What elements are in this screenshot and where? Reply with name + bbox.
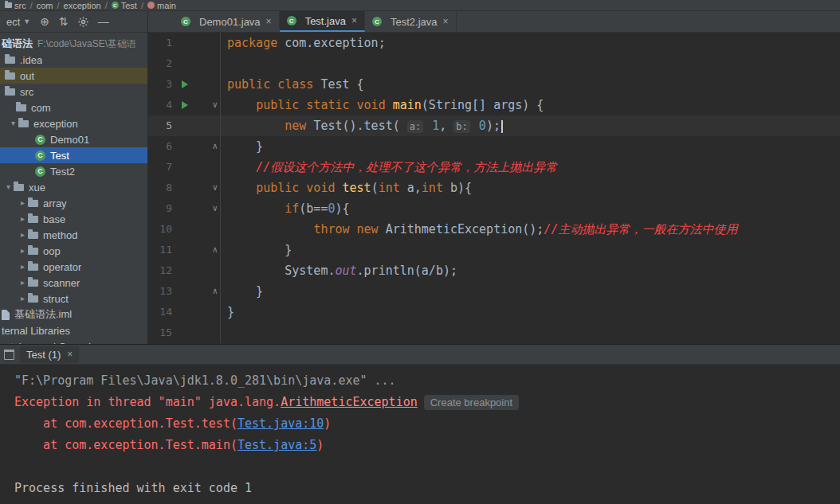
code-line[interactable]: 11∧ } <box>148 240 840 260</box>
code-line[interactable]: 6∧ } <box>148 136 840 157</box>
project-view-selector[interactable]: ect ▼ <box>6 16 30 28</box>
tree-item-ternal-libraries[interactable]: ternal Libraries <box>0 322 147 338</box>
breadcrumb-separator: / <box>105 1 108 10</box>
token: System. <box>227 264 335 278</box>
run-icon[interactable] <box>182 80 188 88</box>
line-number[interactable]: 10 <box>148 219 175 240</box>
line-number[interactable]: 9 <box>148 198 175 219</box>
line-number[interactable]: 15 <box>148 322 175 343</box>
tree-item-exception[interactable]: ▾exception <box>0 115 147 131</box>
tree-item-iml[interactable]: 基础语法.iml <box>0 307 147 322</box>
editor-tab-demo01-java[interactable]: CDemo01.java× <box>174 11 280 32</box>
tree-item-demo01[interactable]: CDemo01 <box>0 131 147 147</box>
code-line[interactable]: 3public class Test { <box>148 74 840 95</box>
tree-item-xue[interactable]: ▾xue <box>0 179 147 195</box>
code-line[interactable]: 1package com.exception; <box>148 33 840 53</box>
tree-item-label: Demo01 <box>50 134 89 146</box>
code-line[interactable]: 4∨ public static void main(String[] args… <box>148 95 840 115</box>
breadcrumb-item-test[interactable]: CTest <box>112 1 137 10</box>
code-line[interactable]: 14} <box>148 302 840 322</box>
token: Test().test( <box>313 119 406 133</box>
line-number[interactable]: 3 <box>148 74 175 95</box>
tree-item-test[interactable]: CTest <box>0 147 147 163</box>
tree-item-base[interactable]: ▸base <box>0 211 147 227</box>
code-line[interactable]: 5 new Test().test( a: 1, b: 0); <box>148 115 840 136</box>
close-icon[interactable]: × <box>67 349 73 360</box>
editor-tab-test-java[interactable]: CTest.java× <box>280 11 365 32</box>
line-number[interactable]: 14 <box>148 302 175 322</box>
line-number[interactable]: 6 <box>148 136 175 157</box>
tree-item-ratches-and-consoles[interactable]: ratches and Consoles <box>0 338 147 344</box>
tree-item-item[interactable]: 础语法F:\code\JavaSE\基础语 <box>0 36 147 52</box>
code-line[interactable]: 2 <box>148 53 840 74</box>
close-icon[interactable]: × <box>443 16 449 27</box>
tree-item-struct[interactable]: ▸struct <box>0 291 147 307</box>
tree-item-oop[interactable]: ▸oop <box>0 243 147 259</box>
settings-icon[interactable] <box>78 17 88 27</box>
line-number[interactable]: 5 <box>148 115 175 136</box>
chevron-right-icon[interactable]: ▸ <box>18 291 28 307</box>
token: a, <box>400 181 422 195</box>
line-number[interactable]: 7 <box>148 157 175 178</box>
chevron-down-icon[interactable]: ▾ <box>8 115 18 131</box>
chevron-right-icon[interactable]: ▸ <box>18 195 28 211</box>
code-line[interactable]: 12 System.out.println(a/b); <box>148 260 840 281</box>
tree-item-label: Test2 <box>50 166 75 178</box>
chevron-right-icon[interactable]: ▸ <box>18 211 28 227</box>
tree-item-array[interactable]: ▸array <box>0 195 147 211</box>
tree-item-com[interactable]: com <box>0 100 147 115</box>
tree-item-src[interactable]: src <box>0 84 147 100</box>
exception-link[interactable]: ArithmeticException <box>281 395 418 409</box>
tab-label: Test2.java <box>391 16 438 28</box>
chevron-down-icon[interactable]: ▾ <box>3 179 14 195</box>
chevron-right-icon[interactable]: ▸ <box>18 275 28 291</box>
tree-item-method[interactable]: ▸method <box>0 227 147 243</box>
code-line[interactable]: 13∧ } <box>148 281 840 302</box>
tree-item-test2[interactable]: CTest2 <box>0 163 147 179</box>
locate-icon[interactable]: ⊕ <box>40 16 49 27</box>
stack-trace-link[interactable]: Test.java:5 <box>237 438 316 452</box>
line-number[interactable]: 2 <box>148 53 175 74</box>
create-breakpoint-badge[interactable]: Create breakpoint <box>424 395 519 410</box>
close-icon[interactable]: × <box>266 16 272 27</box>
collapse-all-icon[interactable]: ⇅ <box>59 16 69 27</box>
line-number[interactable]: 1 <box>148 33 175 53</box>
tree-item-scanner[interactable]: ▸scanner <box>0 275 147 291</box>
fold-open-icon[interactable]: ∨ <box>212 198 218 219</box>
chevron-right-icon[interactable]: ▸ <box>18 243 28 259</box>
line-number[interactable]: 8 <box>148 178 175 198</box>
line-number[interactable]: 13 <box>148 281 175 302</box>
chevron-right-icon[interactable]: ▸ <box>18 227 28 243</box>
line-number[interactable]: 11 <box>148 240 175 260</box>
breadcrumb-item-exception[interactable]: exception <box>64 1 101 10</box>
code-text <box>221 322 840 343</box>
console-tab-test[interactable]: Test (1) × <box>20 346 79 363</box>
chevron-right-icon[interactable]: ▸ <box>18 259 28 275</box>
tree-item-out[interactable]: out <box>0 68 147 84</box>
fold-open-icon[interactable]: ∨ <box>212 178 218 198</box>
code-line[interactable]: 9∨ if(b==0){ <box>148 198 840 219</box>
breadcrumb-item-src[interactable]: src <box>5 1 26 10</box>
tree-item-operator[interactable]: ▸operator <box>0 259 147 275</box>
code-line[interactable]: 8∨ public void test(int a,int b){ <box>148 178 840 198</box>
close-icon[interactable]: × <box>351 15 357 26</box>
fold-close-icon[interactable]: ∧ <box>212 281 218 302</box>
code-line[interactable]: 15 <box>148 322 840 343</box>
editor-tab-test2-java[interactable]: CTest2.java× <box>365 11 457 32</box>
run-icon[interactable] <box>182 101 188 109</box>
breadcrumb-item-com[interactable]: com <box>37 1 53 10</box>
code-line[interactable]: 10 throw new ArithmeticException();//主动抛… <box>148 219 840 240</box>
tree-item-idea[interactable]: .idea <box>0 52 147 68</box>
code-editor[interactable]: 1package com.exception;23public class Te… <box>148 33 840 344</box>
fold-close-icon[interactable]: ∧ <box>212 240 218 260</box>
breadcrumb-item-main[interactable]: main <box>147 1 176 10</box>
fold-close-icon[interactable]: ∧ <box>212 136 218 157</box>
line-number[interactable]: 4 <box>148 95 175 115</box>
fold-open-icon[interactable]: ∨ <box>212 95 218 115</box>
stack-trace-link[interactable]: Test.java:10 <box>237 416 324 431</box>
code-line[interactable]: 7 //假设这个方法中，处理不了这个异常，方法上抛出异常 <box>148 157 840 178</box>
code-text: if(b==0){ <box>221 198 840 219</box>
line-number[interactable]: 12 <box>148 260 175 281</box>
text-caret <box>501 120 503 133</box>
hide-panel-icon[interactable]: — <box>98 16 109 27</box>
